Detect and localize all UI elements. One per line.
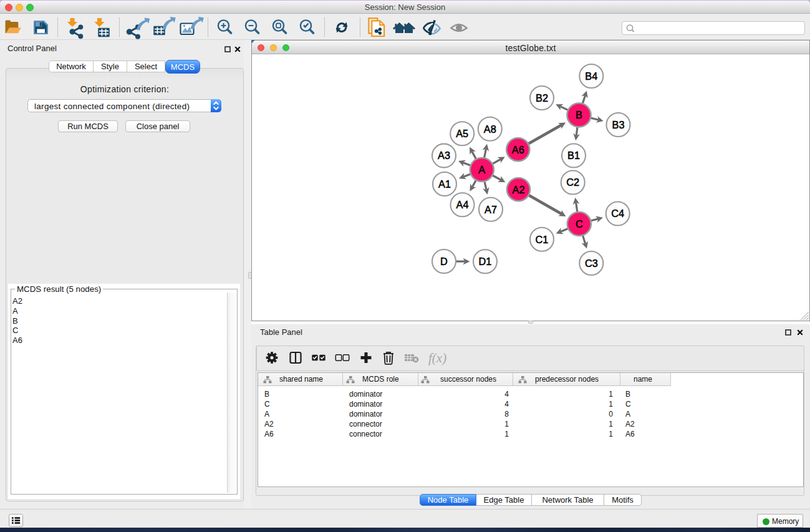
svg-text:C4: C4 [611,208,624,219]
svg-text:f(x): f(x) [428,351,446,365]
svg-text:A6: A6 [512,144,524,155]
svg-text:C: C [576,218,583,230]
svg-text:C3: C3 [585,258,598,269]
svg-text:A1: A1 [438,178,451,190]
svg-text:C2: C2 [566,177,579,188]
svg-text:B4: B4 [585,70,597,82]
svg-text:A4: A4 [456,199,469,210]
svg-text:D: D [440,256,448,267]
svg-text:B3: B3 [612,119,625,130]
svg-text:B: B [576,109,582,120]
svg-text:B2: B2 [536,92,548,104]
svg-text:C1: C1 [536,234,549,245]
svg-text:A8: A8 [484,123,496,135]
svg-text:D1: D1 [479,256,492,267]
svg-text:A2: A2 [513,184,525,195]
svg-text:A7: A7 [485,204,497,215]
svg-text:B1: B1 [567,150,580,161]
svg-text:A5: A5 [456,128,468,139]
svg-text:A3: A3 [438,150,450,161]
svg-text:A: A [478,164,485,175]
